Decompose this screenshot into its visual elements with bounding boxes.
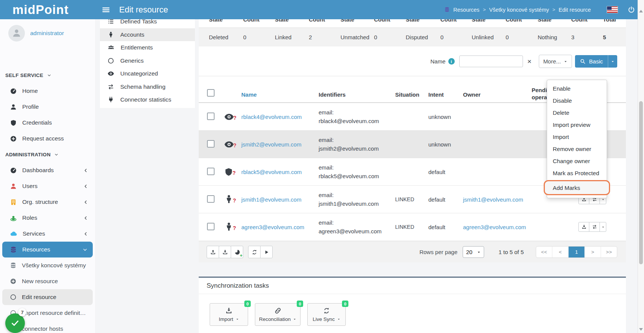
sidebar-item-request-access[interactable]: Request access (0, 131, 95, 146)
account-name-link[interactable]: agreen3@evolveum.com (241, 224, 304, 230)
owner-link[interactable]: jsmith1@evolveum.com (463, 196, 523, 203)
import-task-button[interactable]: 0 Import (210, 303, 248, 326)
menu-item-disable[interactable]: Disable (547, 94, 607, 106)
menu-item-schema-handling[interactable]: Schema handling (100, 80, 195, 94)
more-filters-button[interactable]: More... (539, 55, 572, 68)
scroll-down-arrow-icon[interactable] (639, 328, 643, 331)
menu-item-enable[interactable]: Enable (547, 82, 607, 94)
menu-item-generics[interactable]: Generics (100, 54, 195, 68)
sidebar-item-dashboards[interactable]: Dashboards (0, 162, 95, 178)
menu-item-add-marks[interactable]: Add Marks (544, 180, 610, 195)
section-administration[interactable]: ADMINISTRATION (0, 146, 95, 162)
gauge-icon (10, 88, 17, 95)
reconciliation-task-button[interactable]: 0 Reconciliation (255, 303, 301, 326)
account-name-link[interactable]: rblack4@evolveum.com (241, 114, 302, 120)
row-checkbox[interactable] (207, 113, 215, 120)
sidebar-item-edit-resource[interactable]: Edit resource (2, 289, 93, 305)
menu-item-accounts[interactable]: Accounts (100, 28, 195, 42)
sidebar-item-org-structure[interactable]: Org. structure (0, 194, 95, 210)
fab-badge: 7 (18, 308, 26, 316)
user-profile[interactable]: administrator (8, 25, 64, 42)
breadcrumb-resources[interactable]: Resources (453, 7, 479, 13)
menu-item-entitlements[interactable]: Entitlements (100, 41, 195, 54)
scrollbar[interactable] (638, 0, 644, 333)
live-sync-task-button[interactable]: 0 Live Sync (307, 303, 346, 326)
search-mode-caret[interactable] (608, 55, 617, 68)
us-flag-icon[interactable] (607, 6, 618, 13)
row-actions (569, 222, 626, 232)
row-menu-button[interactable] (600, 222, 606, 232)
menu-item-import[interactable]: Import (547, 131, 607, 143)
play-button[interactable] (260, 246, 273, 258)
next-page-button[interactable]: > (584, 247, 601, 257)
exchange-button[interactable] (589, 222, 600, 232)
count-value: 0 (243, 34, 275, 40)
first-page-button[interactable]: << (536, 247, 552, 257)
caret-down-icon (293, 318, 296, 321)
logout-button[interactable] (628, 6, 635, 13)
state-value: Nothing (538, 34, 571, 40)
breadcrumb-edit-resource[interactable]: Edit resource (559, 7, 591, 13)
scrollbar-thumb[interactable] (639, 101, 643, 264)
refresh-button[interactable] (248, 246, 261, 258)
last-page-button[interactable]: >> (601, 247, 617, 257)
breadcrumb-resource-name[interactable]: Všetky koncové systémy (489, 7, 549, 13)
info-icon[interactable]: i (448, 58, 455, 65)
sidebar-item-all-resources[interactable]: Všetky koncové systémy (0, 257, 95, 273)
top-bar: midPoint Edit resource Resources > Všetk… (0, 0, 638, 19)
menu-item-uncategorized[interactable]: Uncategorized (100, 67, 195, 80)
midpoint-app: administrator SELF SERVICE Home Profile … (0, 0, 644, 333)
owner-link[interactable]: agreen3@evolveum.com (463, 224, 526, 230)
upload-button[interactable] (207, 246, 219, 258)
current-page-button[interactable]: 1 (568, 247, 584, 257)
scroll-up-arrow-icon[interactable] (639, 10, 643, 12)
sidebar-item-home[interactable]: Home (0, 83, 95, 99)
column-header-name[interactable]: Name (241, 91, 319, 102)
menu-item-mark-as-protected[interactable]: Mark as Protected (547, 167, 607, 179)
count-value: 2 (309, 34, 340, 40)
account-name-link[interactable]: jsmith1@evolveum.com (241, 196, 301, 203)
menu-item-remove-owner[interactable]: Remove owner (547, 143, 607, 155)
section-self-service[interactable]: SELF SERVICE (0, 67, 95, 83)
rows-per-page-select[interactable]: 20 (463, 246, 484, 258)
sidebar-item-users[interactable]: Users (0, 178, 95, 194)
row-checkbox[interactable] (207, 168, 215, 175)
database-icon (10, 246, 17, 253)
sidebar-item-roles[interactable]: Roles (0, 210, 95, 226)
count-value: 3 (571, 34, 603, 40)
basic-search-button[interactable]: Basic (575, 55, 617, 68)
sidebar: administrator SELF SERVICE Home Profile … (0, 19, 95, 333)
clear-search-icon[interactable]: × (527, 58, 532, 65)
menu-item-change-owner[interactable]: Change owner (547, 155, 607, 167)
hamburger-menu-button[interactable] (102, 6, 110, 14)
row-checkbox[interactable] (207, 195, 215, 203)
select-all-checkbox[interactable] (207, 89, 215, 97)
account-name-link[interactable]: jsmith2@evolveum.com (241, 141, 301, 148)
prev-page-button[interactable]: < (552, 247, 568, 257)
midpoint-logo[interactable]: midPoint (0, 3, 95, 17)
menu-item-import-preview[interactable]: Import preview (547, 119, 607, 131)
plus-icon: + (240, 253, 242, 258)
identifier-label: email: (319, 136, 395, 144)
row-checkbox[interactable] (207, 223, 215, 230)
sidebar-item-profile[interactable]: Profile (0, 99, 95, 115)
download-button[interactable] (578, 222, 589, 232)
search-input[interactable] (459, 55, 523, 67)
sidebar-item-credentials[interactable]: Credentials (0, 115, 95, 131)
menu-item-delete[interactable]: Delete (547, 106, 607, 119)
menu-item-connector-statistics[interactable]: Connector statistics (100, 93, 195, 106)
row-checkbox[interactable] (207, 140, 215, 148)
chart-export-button[interactable]: + (231, 246, 243, 258)
account-name-link[interactable]: rblack5@evolveum.com (241, 169, 302, 175)
caret-down-icon (477, 250, 481, 254)
download-button[interactable] (219, 246, 231, 258)
power-icon (628, 6, 635, 13)
sidebar-item-new-resource[interactable]: New resource (0, 273, 95, 289)
situation-value: LINKED (395, 196, 428, 202)
pagination-range: 1 to 5 of 5 (498, 249, 524, 255)
shield-question-icon: ? (224, 168, 233, 174)
username-link[interactable]: administrator (30, 30, 64, 37)
sidebar-item-services[interactable]: Services (0, 226, 95, 242)
sidebar-item-resources[interactable]: Resources (2, 242, 93, 257)
check-icon (11, 319, 20, 328)
